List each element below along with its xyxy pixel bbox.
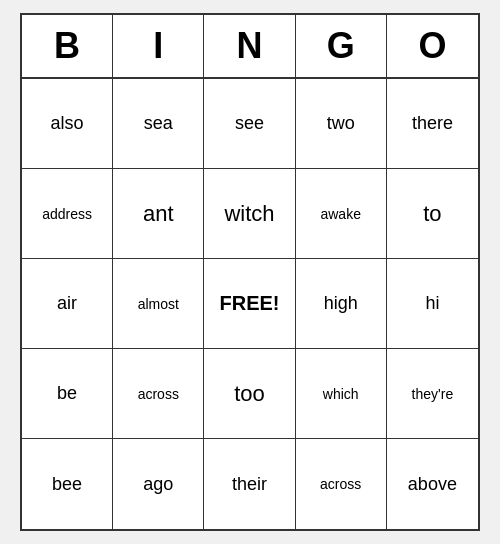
cell-r1-c4: to <box>387 169 478 259</box>
bingo-card: BINGO alsoseaseetwothereaddressantwitcha… <box>20 13 480 531</box>
cell-r1-c0: address <box>22 169 113 259</box>
header-letter-g: G <box>296 15 387 77</box>
cell-r2-c0: air <box>22 259 113 349</box>
cell-r0-c0: also <box>22 79 113 169</box>
cell-r4-c1: ago <box>113 439 204 529</box>
cell-r4-c4: above <box>387 439 478 529</box>
cell-r0-c4: there <box>387 79 478 169</box>
header-letter-i: I <box>113 15 204 77</box>
header-letter-o: O <box>387 15 478 77</box>
cell-r2-c2: FREE! <box>204 259 295 349</box>
cell-r0-c2: see <box>204 79 295 169</box>
bingo-header: BINGO <box>22 15 478 79</box>
cell-r0-c1: sea <box>113 79 204 169</box>
cell-r1-c2: witch <box>204 169 295 259</box>
cell-r1-c3: awake <box>296 169 387 259</box>
bingo-grid: alsoseaseetwothereaddressantwitchawaketo… <box>22 79 478 529</box>
cell-r0-c3: two <box>296 79 387 169</box>
cell-r3-c0: be <box>22 349 113 439</box>
cell-r2-c4: hi <box>387 259 478 349</box>
header-letter-b: B <box>22 15 113 77</box>
cell-r4-c0: bee <box>22 439 113 529</box>
cell-r2-c1: almost <box>113 259 204 349</box>
cell-r1-c1: ant <box>113 169 204 259</box>
cell-r3-c3: which <box>296 349 387 439</box>
cell-r3-c2: too <box>204 349 295 439</box>
header-letter-n: N <box>204 15 295 77</box>
cell-r4-c2: their <box>204 439 295 529</box>
cell-r3-c4: they're <box>387 349 478 439</box>
cell-r4-c3: across <box>296 439 387 529</box>
cell-r3-c1: across <box>113 349 204 439</box>
cell-r2-c3: high <box>296 259 387 349</box>
